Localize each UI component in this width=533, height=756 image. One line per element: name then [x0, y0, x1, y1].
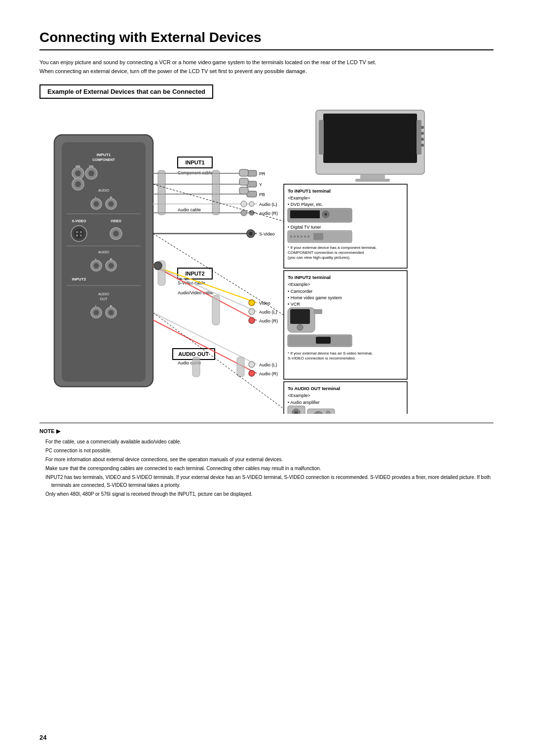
- input2-info: To INPUT2 terminal <Example> • Camcorder…: [284, 271, 407, 379]
- svg-point-46: [94, 263, 99, 269]
- note-item-2: PC connection is not possible.: [45, 447, 494, 455]
- svg-text:S-Video: S-Video: [259, 232, 275, 237]
- svg-point-6: [421, 126, 424, 129]
- svg-point-130: [297, 236, 299, 238]
- svg-point-98: [249, 309, 255, 315]
- svg-text:AUDIO: AUDIO: [98, 189, 110, 192]
- section-heading: Example of External Devices that can be …: [39, 84, 213, 99]
- svg-point-83: [241, 201, 247, 207]
- svg-rect-5: [417, 120, 421, 155]
- svg-text:INPUT1: INPUT1: [97, 153, 111, 157]
- note-item-6: Only when 480I, 480P or 576I signal is r…: [45, 490, 494, 498]
- svg-rect-122: [290, 210, 320, 218]
- svg-rect-114: [192, 357, 200, 377]
- svg-text:Audio (R): Audio (R): [259, 318, 278, 323]
- svg-rect-1: [323, 114, 417, 163]
- svg-text:INPUT1: INPUT1: [185, 159, 204, 165]
- intro-line-1: You can enjoy picture and sound by conne…: [39, 58, 494, 67]
- input1-info: To INPUT1 terminal <Example> • DVD Playe…: [284, 184, 407, 268]
- svg-point-110: [249, 361, 255, 367]
- svg-rect-134: [313, 233, 323, 240]
- svg-text:• DVD Player, etc.: • DVD Player, etc.: [288, 202, 323, 207]
- note-item-3: For more information about external devi…: [45, 456, 494, 464]
- svg-rect-147: [313, 309, 322, 314]
- svg-text:• Digital TV tuner: • Digital TV tuner: [288, 225, 321, 230]
- input1-connection: INPUT1 Component cable Y PB PR Audio cab…: [153, 157, 278, 216]
- input2-connection: INPUT2 S-Video cable S-Video Audio/Video…: [153, 230, 278, 325]
- page-title: Connecting with External Devices: [39, 30, 494, 50]
- svg-text:S-VIDEO: S-VIDEO: [72, 219, 86, 223]
- tv-image: [316, 110, 424, 182]
- svg-text:Audio (L): Audio (L): [259, 310, 277, 315]
- svg-text:To INPUT1 terminal: To INPUT1 terminal: [288, 188, 331, 194]
- svg-text:PR: PR: [259, 171, 266, 176]
- svg-point-38: [80, 235, 82, 237]
- svg-text:* If your external device has : * If your external device has an S-video…: [288, 351, 373, 356]
- svg-point-101: [249, 318, 255, 323]
- svg-point-131: [301, 236, 303, 238]
- svg-point-124: [324, 213, 327, 216]
- svg-text:AUDIO OUT: AUDIO OUT: [178, 351, 209, 357]
- svg-text:COMPONENT connection is recomm: COMPONENT connection is recommended: [288, 250, 364, 255]
- svg-point-74: [249, 201, 254, 206]
- svg-point-129: [294, 236, 296, 238]
- svg-text:<Example>: <Example>: [288, 282, 310, 287]
- svg-text:Audio cable: Audio cable: [178, 207, 201, 212]
- svg-text:(you can view high-quality pic: (you can view high-quality pictures).: [288, 255, 350, 260]
- svg-rect-81: [239, 178, 248, 185]
- svg-text:Audio (R): Audio (R): [259, 211, 278, 216]
- page-number: 24: [39, 734, 46, 741]
- svg-text:AUDIO: AUDIO: [98, 250, 110, 254]
- svg-point-36: [80, 231, 82, 233]
- svg-point-48: [109, 263, 114, 269]
- notes-section: NOTE ▶ For the cable, use a commercially…: [39, 423, 494, 498]
- svg-point-133: [307, 236, 309, 238]
- svg-text:<Example>: <Example>: [288, 196, 310, 200]
- svg-text:AUDIO: AUDIO: [98, 292, 110, 296]
- svg-point-9: [421, 144, 424, 147]
- svg-text:Audio (R): Audio (R): [259, 371, 278, 376]
- svg-rect-78: [158, 170, 165, 215]
- svg-point-8: [421, 138, 424, 141]
- svg-text:INPUT2: INPUT2: [185, 271, 204, 277]
- tv-back-panel: INPUT1 COMPONENT PR PB Y AUDIO L R: [54, 135, 153, 387]
- svg-text:VIDEO: VIDEO: [111, 219, 121, 223]
- svg-point-7: [421, 132, 424, 135]
- svg-rect-103: [212, 295, 220, 325]
- svg-rect-115: [237, 357, 244, 377]
- svg-line-170: [153, 313, 284, 409]
- svg-point-18: [75, 170, 81, 176]
- diagram-area: INPUT1 COMPONENT PR PB Y AUDIO L R: [39, 108, 494, 415]
- svg-text:Audio (L): Audio (L): [259, 362, 277, 367]
- page-content: Connecting with External Devices You can…: [0, 0, 533, 529]
- svg-text:* If your external device has : * If your external device has a componen…: [288, 245, 377, 250]
- svg-point-34: [74, 229, 84, 239]
- svg-rect-82: [239, 187, 248, 194]
- svg-text:<Example>: <Example>: [288, 393, 310, 398]
- svg-text:To AUDIO OUT terminal: To AUDIO OUT terminal: [288, 386, 340, 391]
- svg-text:S-VIDEO connection is recommen: S-VIDEO connection is recommended.: [288, 356, 355, 360]
- svg-point-84: [241, 210, 247, 216]
- main-diagram-svg: INPUT1 COMPONENT PR PB Y AUDIO L R: [39, 108, 494, 414]
- note-item-4: Make sure that the corresponding cables …: [45, 465, 494, 473]
- svg-rect-79: [212, 170, 220, 215]
- svg-text:PB: PB: [259, 192, 265, 197]
- svg-point-29: [109, 201, 114, 207]
- svg-point-132: [304, 236, 306, 238]
- svg-point-113: [249, 370, 255, 376]
- svg-text:• Home video game system: • Home video game system: [288, 295, 342, 300]
- svg-point-58: [109, 310, 114, 316]
- svg-rect-2: [360, 174, 385, 179]
- svg-point-91: [249, 232, 253, 236]
- note-item-1: For the cable, use a commercially availa…: [45, 438, 494, 446]
- svg-point-22: [75, 181, 81, 187]
- svg-text:• Camcorder: • Camcorder: [288, 289, 312, 294]
- intro-section: You can enjoy picture and sound by conne…: [39, 58, 494, 76]
- svg-point-164: [326, 411, 330, 414]
- svg-rect-145: [290, 309, 310, 324]
- svg-point-40: [113, 231, 119, 237]
- svg-rect-4: [319, 120, 324, 155]
- svg-point-56: [94, 310, 99, 316]
- audio-out-info: To AUDIO OUT terminal <Example> • Audio …: [284, 382, 407, 414]
- svg-point-128: [290, 236, 292, 238]
